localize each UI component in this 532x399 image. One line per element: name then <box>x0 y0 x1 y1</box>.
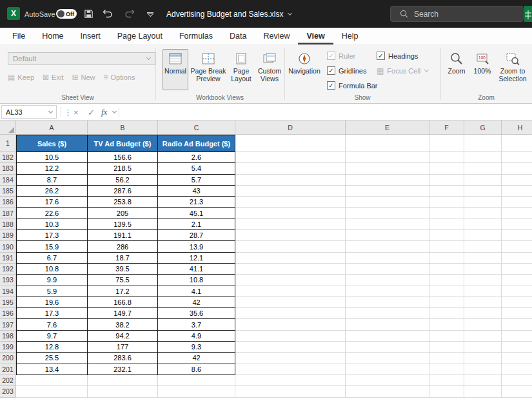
cell-G202[interactable] <box>464 375 502 386</box>
cell-B1[interactable]: TV Ad Budget ($) <box>88 135 158 152</box>
cell-C202[interactable] <box>158 375 235 386</box>
menu-tab-home[interactable]: Home <box>34 28 72 44</box>
cell-F182[interactable] <box>429 152 464 163</box>
cell-A193[interactable]: 9.9 <box>16 275 88 286</box>
cell-F188[interactable] <box>429 219 464 230</box>
page-layout-button[interactable]: Page Layout <box>228 49 255 90</box>
keep-button[interactable]: ▤Keep <box>8 73 34 81</box>
cell-C185[interactable]: 43 <box>158 186 235 197</box>
cell-E194[interactable] <box>346 286 429 297</box>
cell-B186[interactable]: 253.8 <box>88 197 158 208</box>
cell-A199[interactable]: 12.8 <box>16 342 88 353</box>
cell-E187[interactable] <box>346 208 429 219</box>
redo-button[interactable] <box>124 0 135 28</box>
cell-F192[interactable] <box>429 264 464 275</box>
name-box[interactable]: AL33 <box>1 105 57 119</box>
cell-D191[interactable] <box>235 253 346 264</box>
cell-C182[interactable]: 2.6 <box>158 152 235 163</box>
menu-tab-insert[interactable]: Insert <box>72 28 109 44</box>
checkbox-gridlines[interactable]: ✓Gridlines <box>327 66 378 75</box>
cell-A200[interactable]: 25.5 <box>16 353 88 364</box>
cell-E182[interactable] <box>346 152 429 163</box>
cell-F185[interactable] <box>429 186 464 197</box>
checkbox-ruler[interactable]: ✓Ruler <box>327 51 378 61</box>
cell-E185[interactable] <box>346 186 429 197</box>
column-header-E[interactable]: E <box>346 121 429 135</box>
cell-C188[interactable]: 2.1 <box>158 219 235 230</box>
cell-B185[interactable]: 287.6 <box>88 186 158 197</box>
cell-H201[interactable] <box>502 364 532 375</box>
checkbox-headings[interactable]: ✓Headings <box>377 51 428 61</box>
cell-G199[interactable] <box>464 342 502 353</box>
cell-D195[interactable] <box>235 297 346 308</box>
cell-A1[interactable]: Sales ($) <box>16 135 88 152</box>
cell-B200[interactable]: 283.6 <box>88 353 158 364</box>
row-header-192[interactable]: 192 <box>0 264 16 275</box>
cell-B194[interactable]: 17.2 <box>88 286 158 297</box>
cell-H186[interactable] <box>502 197 532 208</box>
row-header-187[interactable]: 187 <box>0 208 16 219</box>
cell-H184[interactable] <box>502 175 532 186</box>
cell-E188[interactable] <box>346 219 429 230</box>
cell-D194[interactable] <box>235 286 346 297</box>
cell-C186[interactable]: 21.3 <box>158 197 235 208</box>
cell-F200[interactable] <box>429 353 464 364</box>
cell-D189[interactable] <box>235 230 346 241</box>
row-header-198[interactable]: 198 <box>0 331 16 342</box>
cell-G182[interactable] <box>464 152 502 163</box>
row-header-193[interactable]: 193 <box>0 275 16 286</box>
zoom-button[interactable]: Zoom <box>445 49 468 90</box>
cell-A188[interactable]: 10.3 <box>16 219 88 230</box>
cell-B199[interactable]: 177 <box>88 342 158 353</box>
cell-H194[interactable] <box>502 286 532 297</box>
cell-A191[interactable]: 6.7 <box>16 253 88 264</box>
cell-H191[interactable] <box>502 253 532 264</box>
cell-C203[interactable] <box>158 386 235 397</box>
cell-A182[interactable]: 10.5 <box>16 152 88 163</box>
checkbox-formula-bar[interactable]: ✓Formula Bar <box>327 81 378 90</box>
cell-G195[interactable] <box>464 297 502 308</box>
row-header-184[interactable]: 184 <box>0 175 16 186</box>
menu-tab-page-layout[interactable]: Page Layout <box>109 28 171 44</box>
row-header-200[interactable]: 200 <box>0 353 16 364</box>
column-header-G[interactable]: G <box>464 121 502 135</box>
cell-E192[interactable] <box>346 264 429 275</box>
cell-A185[interactable]: 26.2 <box>16 186 88 197</box>
cell-A183[interactable]: 12.2 <box>16 163 88 174</box>
cell-A195[interactable]: 19.6 <box>16 297 88 308</box>
cell-H1[interactable] <box>502 135 532 152</box>
select-all-button[interactable] <box>0 121 16 135</box>
cell-B203[interactable] <box>88 386 158 397</box>
cell-B189[interactable]: 191.1 <box>88 230 158 241</box>
cell-D188[interactable] <box>235 219 346 230</box>
cell-E203[interactable] <box>346 386 429 397</box>
cell-C184[interactable]: 5.7 <box>158 175 235 186</box>
cell-A189[interactable]: 17.3 <box>16 230 88 241</box>
cell-F203[interactable] <box>429 386 464 397</box>
cell-A198[interactable]: 9.7 <box>16 331 88 342</box>
button-focus-cell[interactable]: ▦Focus Cell <box>377 66 428 75</box>
cell-F191[interactable] <box>429 253 464 264</box>
row-header-185[interactable]: 185 <box>0 186 16 197</box>
cell-C187[interactable]: 45.1 <box>158 208 235 219</box>
cell-B197[interactable]: 38.2 <box>88 319 158 330</box>
cell-A192[interactable]: 10.8 <box>16 264 88 275</box>
enter-button[interactable]: ✓ <box>88 104 95 121</box>
menu-tab-file[interactable]: File <box>4 28 34 44</box>
cell-D183[interactable] <box>235 163 346 174</box>
cell-H193[interactable] <box>502 275 532 286</box>
cell-A194[interactable]: 5.9 <box>16 286 88 297</box>
column-header-C[interactable]: C <box>158 121 235 135</box>
drag-handle-icon[interactable]: ⋮ <box>64 104 72 121</box>
cell-G191[interactable] <box>464 253 502 264</box>
row-header-195[interactable]: 195 <box>0 297 16 308</box>
cell-F195[interactable] <box>429 297 464 308</box>
document-title[interactable]: Advertising Budget and Sales.xlsx <box>166 0 291 28</box>
cell-E183[interactable] <box>346 163 429 174</box>
zoom-to-selection-button[interactable]: Zoom to Selection <box>495 49 531 90</box>
cell-F199[interactable] <box>429 342 464 353</box>
cell-C192[interactable]: 41.1 <box>158 264 235 275</box>
cell-F189[interactable] <box>429 230 464 241</box>
cell-F1[interactable] <box>429 135 464 152</box>
column-header-H[interactable]: H <box>502 121 532 135</box>
